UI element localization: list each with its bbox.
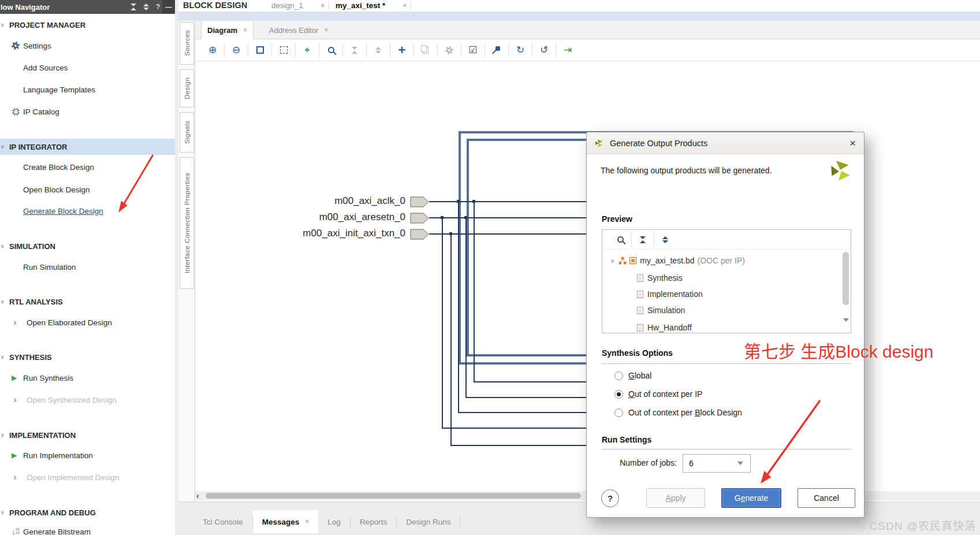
side-tab-signals[interactable]: Signals [180, 112, 194, 153]
section-simulation[interactable]: ∨SIMULATION [0, 240, 175, 252]
sidebar-item-settings[interactable]: Settings [0, 39, 175, 52]
sidebar-item-run-implementation[interactable]: ▶Run Implementation [0, 449, 175, 462]
expand-interfaces-icon[interactable]: ⇥ [556, 42, 579, 59]
pin-icon[interactable] [485, 42, 508, 59]
tree-item-implementation[interactable]: Implementation [637, 288, 703, 300]
tab-address-editor[interactable]: Address Editor × [263, 21, 334, 39]
section-project-manager[interactable]: ∨PROJECT MANAGER [0, 18, 175, 31]
close-icon[interactable]: × [849, 137, 856, 150]
sidebar-item-run-synthesis[interactable]: ▶Run Synthesis [0, 371, 175, 384]
radio-icon[interactable] [614, 371, 623, 380]
document-icon [637, 307, 643, 314]
port-arrow-icon[interactable] [410, 213, 430, 226]
wire-segment [465, 217, 467, 397]
zoom-fit-icon[interactable] [248, 42, 271, 59]
radio-icon[interactable] [614, 390, 623, 399]
apply-button[interactable]: Apply [646, 488, 705, 508]
autofit-icon[interactable]: ⌖ [296, 42, 319, 59]
panel-minimize-button[interactable]: — [162, 0, 175, 14]
section-synthesis[interactable]: ∨SYNTHESIS [0, 351, 175, 363]
zoom-in-icon[interactable]: ⊕ [201, 42, 224, 59]
collapse-icon[interactable] [343, 42, 366, 59]
copy-icon[interactable] [414, 42, 437, 59]
fit-selection-icon[interactable] [272, 42, 295, 59]
search-icon[interactable] [609, 236, 631, 243]
tab-design-1[interactable]: design_1 [271, 1, 303, 10]
tree-item-hw-handoff[interactable]: Hw_Handoff [637, 321, 692, 333]
close-icon[interactable]: × [243, 26, 247, 34]
wrench-icon[interactable] [438, 42, 461, 59]
tab-my-axi-test[interactable]: my_axi_test * [336, 1, 385, 10]
port-label[interactable]: m00_axi_init_axi_txn_0 [215, 228, 405, 239]
sidebar-item-language-templates[interactable]: Language Templates [0, 83, 175, 96]
side-tab-sources[interactable]: Sources [180, 22, 194, 65]
expand-all-icon[interactable] [143, 3, 149, 10]
close-icon[interactable]: × [321, 1, 325, 10]
radio-icon[interactable] [614, 408, 623, 417]
tab-design-runs[interactable]: Design Runs [397, 510, 460, 533]
refresh-icon[interactable]: ↻ [509, 42, 532, 59]
scrollbar-thumb[interactable] [206, 493, 581, 499]
close-icon[interactable]: × [305, 518, 309, 526]
tab-messages[interactable]: Messages × [253, 510, 319, 533]
side-tab-design[interactable]: Design [180, 69, 194, 107]
sidebar-item-run-simulation[interactable]: Run Simulation [0, 261, 175, 273]
tab-diagram[interactable]: Diagram × [201, 21, 254, 39]
section-ip-integrator[interactable]: ∨IP INTEGRATOR [0, 140, 175, 153]
dialog-message: The following output products will be ge… [601, 166, 772, 175]
radio-out-of-context-per-ip[interactable]: Out of context per IP [614, 388, 702, 400]
number-of-jobs-select[interactable]: 6 [683, 454, 751, 473]
expand-icon[interactable] [367, 42, 390, 59]
radio-global[interactable]: Global [614, 369, 651, 382]
sidebar-item-ip-catalog[interactable]: IP Catalog [0, 105, 175, 118]
scroll-down-icon[interactable] [843, 322, 849, 331]
sidebar-item-open-elaborated-design[interactable]: ›Open Elaborated Design [0, 316, 175, 329]
generate-button[interactable]: Generate [721, 488, 781, 508]
section-implementation[interactable]: ∨IMPLEMENTATION [0, 429, 175, 441]
port-label[interactable]: m00_axi_aresetn_0 [215, 211, 405, 223]
sidebar-item-open-block-design[interactable]: Open Block Design [0, 183, 175, 196]
expand-icon[interactable] [654, 236, 676, 243]
sidebar-item-open-synthesized-design[interactable]: ›Open Synthesized Design [0, 393, 175, 406]
tree-root-row[interactable]: ∨ my_axi_test.bd (OOC per IP) [610, 254, 745, 267]
close-icon[interactable]: × [403, 1, 407, 10]
sidebar-item-add-sources[interactable]: Add Sources [0, 61, 175, 74]
tab-reports[interactable]: Reports [351, 510, 396, 533]
cancel-button[interactable]: Cancel [798, 488, 855, 508]
tree-item-synthesis[interactable]: Synthesis [637, 272, 683, 284]
document-icon [637, 274, 643, 282]
zoom-out-icon[interactable]: ⊖ [225, 42, 248, 59]
sidebar-item-create-block-design[interactable]: Create Block Design [0, 161, 175, 173]
close-icon[interactable]: × [324, 26, 328, 34]
dialog-title-bar[interactable]: Generate Output Products × [587, 132, 864, 154]
sidebar-item-generate-bitstream[interactable]: ↓0110 Generate Bitstream [0, 525, 175, 535]
tab-tcl-console[interactable]: Tcl Console [193, 510, 252, 533]
tab-separator [411, 2, 411, 10]
validate-design-icon[interactable]: ☑ [461, 42, 485, 59]
help-icon[interactable]: ? [156, 3, 160, 11]
tree-item-simulation[interactable]: Simulation [637, 304, 685, 317]
xilinx-pinwheel-icon [828, 159, 852, 185]
tab-log[interactable]: Log [318, 510, 350, 533]
scroll-left-icon[interactable]: ‹ [196, 491, 199, 500]
port-label[interactable]: m00_axi_aclk_0 [215, 195, 405, 207]
play-icon: ▶ [12, 374, 17, 382]
add-ip-icon[interactable]: + [390, 42, 413, 59]
radio-out-of-context-per-block-design[interactable]: Out of context per Block Design [614, 406, 742, 419]
section-program-and-debug[interactable]: ∨PROGRAM AND DEBUG [0, 506, 175, 519]
sidebar-item-generate-block-design[interactable]: Generate Block Design [0, 205, 175, 217]
side-tab-interface-connection-properties[interactable]: Interface Connection Properties [180, 157, 194, 289]
section-rtl-analysis[interactable]: ∨RTL ANALYSIS [0, 295, 175, 308]
regenerate-layout-icon[interactable]: ↺ [532, 42, 556, 59]
chevron-down-icon: ∨ [1, 243, 5, 249]
search-icon[interactable] [319, 42, 342, 59]
help-button[interactable]: ? [601, 489, 619, 507]
sidebar-item-open-implemented-design[interactable]: ›Open Implemented Design [0, 471, 175, 484]
chevron-down-icon[interactable]: ∨ [610, 258, 614, 264]
document-tab-bar: BLOCK DESIGN design_1 × my_axi_test * × [178, 0, 980, 12]
collapse-all-icon[interactable] [131, 3, 136, 10]
collapse-icon[interactable] [632, 236, 654, 243]
port-arrow-icon[interactable] [410, 229, 430, 242]
scrollbar-thumb[interactable] [843, 252, 849, 305]
port-arrow-icon[interactable] [410, 196, 430, 210]
